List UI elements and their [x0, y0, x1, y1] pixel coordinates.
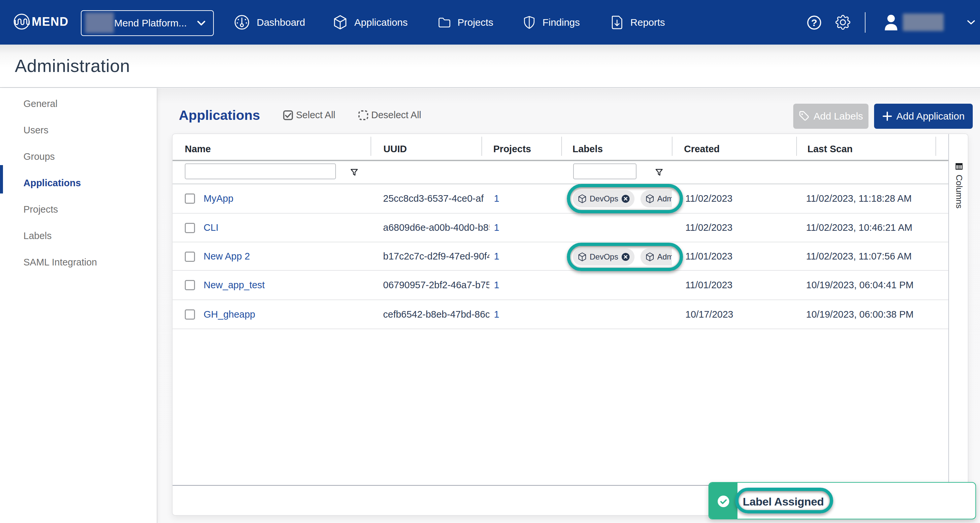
svg-text:?: ? — [811, 17, 817, 28]
